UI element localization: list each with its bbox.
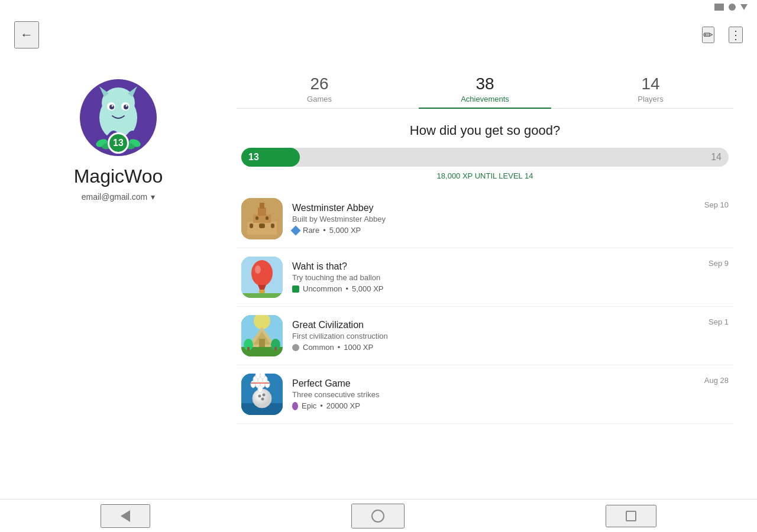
svg-point-9 bbox=[126, 105, 128, 107]
profile-stats-area: 13 MagicWoo email@gmail.com ▾ 26 Games 3… bbox=[0, 56, 757, 499]
svg-point-59 bbox=[258, 385, 263, 392]
svg-point-8 bbox=[112, 105, 114, 107]
achievement-icon-balloon bbox=[241, 257, 283, 298]
nav-square-icon bbox=[626, 511, 636, 521]
ach-rarity-bowling: Epic • 20000 XP bbox=[292, 401, 695, 410]
main-content: ← ✏ ⋮ bbox=[0, 14, 757, 532]
achievement-info-balloon: Waht is that? Try touching the ad ballon… bbox=[292, 261, 699, 293]
ach-rarity-balloon: Uncommon • 5,000 XP bbox=[292, 284, 699, 293]
signal-icon bbox=[729, 4, 736, 11]
achievement-item-bowling: Perfect Game Three consecutive strikes E… bbox=[237, 365, 733, 424]
svg-point-57 bbox=[255, 374, 260, 379]
ach-desc-balloon: Try touching the ad ballon bbox=[292, 273, 699, 282]
battery-icon bbox=[714, 4, 724, 11]
chevron-down-icon: ▾ bbox=[151, 192, 155, 202]
xp-until-text: 18,000 XP UNTIL LEVEL 14 bbox=[237, 171, 733, 180]
ach-desc-westminster: Built by Westminster Abbey bbox=[292, 215, 695, 223]
back-button[interactable]: ← bbox=[14, 21, 39, 48]
ach-date-balloon: Sep 9 bbox=[709, 259, 729, 268]
ach-desc-bowling: Three consecutive strikes bbox=[292, 390, 695, 399]
svg-rect-30 bbox=[241, 293, 283, 298]
rarity-sep-civilization: • bbox=[338, 343, 341, 352]
svg-rect-17 bbox=[258, 207, 266, 216]
bowling-svg bbox=[241, 374, 283, 415]
games-label: Games bbox=[307, 95, 332, 103]
civilization-svg bbox=[241, 315, 283, 356]
svg-rect-22 bbox=[255, 216, 258, 220]
svg-rect-37 bbox=[259, 339, 265, 348]
ach-title-westminster: Westminster Abbey bbox=[292, 203, 695, 213]
svg-rect-18 bbox=[260, 203, 264, 209]
section-heading: How did you get so good? bbox=[237, 123, 733, 138]
xp-level-next: 14 bbox=[711, 152, 722, 163]
players-label: Players bbox=[638, 95, 663, 103]
tab-players[interactable]: 14 Players bbox=[568, 67, 733, 108]
westminster-svg bbox=[241, 198, 283, 239]
games-count: 26 bbox=[310, 74, 328, 93]
xp-bar-fill: 13 bbox=[241, 148, 300, 167]
rarity-label-balloon: Uncommon bbox=[303, 284, 342, 293]
ach-desc-civilization: First civilization construction bbox=[292, 332, 699, 340]
xp-bar-track: 13 14 bbox=[241, 148, 729, 167]
achievement-icon-civilization bbox=[241, 315, 283, 356]
tab-achievements[interactable]: 38 Achievements bbox=[402, 67, 568, 108]
svg-rect-27 bbox=[259, 290, 265, 293]
level-badge: 13 bbox=[108, 132, 129, 154]
svg-point-47 bbox=[258, 395, 261, 398]
top-right-icons: ✏ ⋮ bbox=[702, 27, 743, 43]
rarity-dot-uncommon bbox=[292, 286, 299, 293]
edit-button[interactable]: ✏ bbox=[702, 27, 714, 43]
svg-rect-42 bbox=[274, 347, 277, 351]
achievement-info-bowling: Perfect Game Three consecutive strikes E… bbox=[292, 378, 695, 410]
rarity-dot-common bbox=[292, 344, 299, 351]
xp-bar-container: 13 14 bbox=[241, 148, 729, 167]
svg-rect-23 bbox=[266, 216, 268, 220]
ach-title-civilization: Great Civilization bbox=[292, 320, 699, 330]
xp-label-balloon: 5,000 XP bbox=[352, 284, 384, 293]
rarity-label-westminster: Rare bbox=[303, 226, 319, 235]
achievement-item-westminster: Westminster Abbey Built by Westminster A… bbox=[237, 190, 733, 248]
dropdown-icon bbox=[740, 4, 748, 10]
ach-date-bowling: Aug 28 bbox=[704, 376, 729, 385]
status-bar bbox=[0, 0, 757, 14]
profile-section: 13 MagicWoo email@gmail.com ▾ bbox=[24, 67, 213, 499]
tabs-row: 26 Games 38 Achievements 14 Players bbox=[237, 67, 733, 109]
nav-back-triangle-icon bbox=[121, 510, 130, 522]
rarity-label-civilization: Common bbox=[303, 343, 334, 352]
svg-point-49 bbox=[261, 398, 264, 401]
achievement-item-civilization: Great Civilization First civilization co… bbox=[237, 307, 733, 365]
svg-point-48 bbox=[263, 394, 266, 397]
nav-home-button[interactable] bbox=[351, 504, 405, 528]
ach-title-balloon: Waht is that? bbox=[292, 261, 699, 272]
achievement-icon-bowling bbox=[241, 374, 283, 415]
back-arrow-icon: ← bbox=[20, 27, 33, 43]
more-options-button[interactable]: ⋮ bbox=[729, 27, 743, 43]
svg-rect-21 bbox=[271, 223, 274, 228]
achievement-info-westminster: Westminster Abbey Built by Westminster A… bbox=[292, 203, 695, 235]
achievements-label: Achievements bbox=[461, 95, 509, 103]
achievement-item-balloon: Waht is that? Try touching the ad ballon… bbox=[237, 248, 733, 307]
achievement-info-civilization: Great Civilization First civilization co… bbox=[292, 320, 699, 352]
players-count: 14 bbox=[641, 74, 659, 93]
xp-label-westminster: 5,000 XP bbox=[329, 226, 361, 235]
svg-rect-20 bbox=[259, 223, 265, 228]
svg-point-58 bbox=[260, 374, 265, 379]
svg-rect-40 bbox=[247, 347, 250, 351]
tab-games[interactable]: 26 Games bbox=[237, 67, 402, 108]
bottom-nav bbox=[0, 499, 757, 532]
nav-recent-button[interactable] bbox=[606, 505, 656, 527]
xp-level-current: 13 bbox=[248, 152, 259, 163]
rarity-dot-epic bbox=[292, 402, 298, 410]
balloon-svg bbox=[241, 257, 283, 298]
stats-section: 26 Games 38 Achievements 14 Players How … bbox=[237, 67, 733, 499]
rarity-label-bowling: Epic bbox=[302, 401, 316, 410]
email-row[interactable]: email@gmail.com ▾ bbox=[82, 192, 155, 202]
xp-label-civilization: 1000 XP bbox=[344, 343, 373, 352]
svg-point-29 bbox=[255, 265, 261, 274]
achievement-list: Westminster Abbey Built by Westminster A… bbox=[237, 190, 733, 499]
ach-rarity-westminster: Rare • 5,000 XP bbox=[292, 226, 695, 235]
rarity-sep-bowling: • bbox=[320, 401, 323, 410]
ach-date-westminster: Sep 10 bbox=[704, 200, 729, 209]
nav-back-button[interactable] bbox=[101, 504, 150, 528]
ach-title-bowling: Perfect Game bbox=[292, 378, 695, 389]
